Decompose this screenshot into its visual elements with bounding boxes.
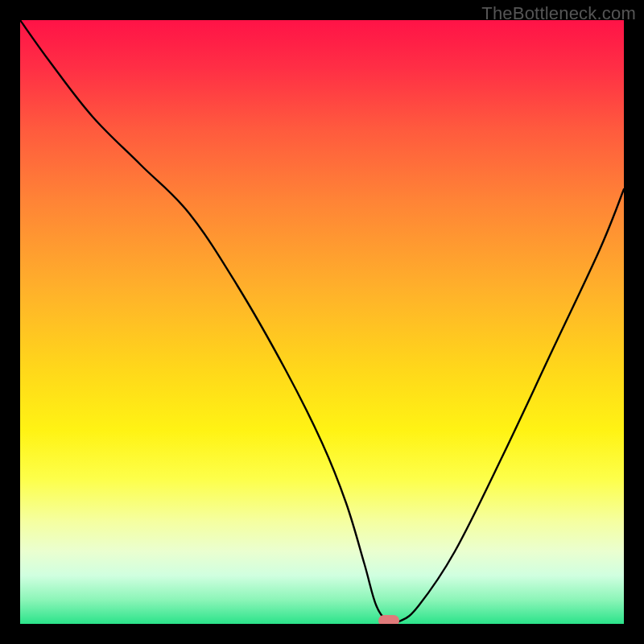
plot-area	[20, 20, 624, 624]
watermark-text: TheBottleneck.com	[481, 3, 636, 24]
bottleneck-curve	[20, 20, 624, 624]
chart-frame: TheBottleneck.com	[0, 0, 644, 644]
optimal-marker	[378, 615, 399, 624]
